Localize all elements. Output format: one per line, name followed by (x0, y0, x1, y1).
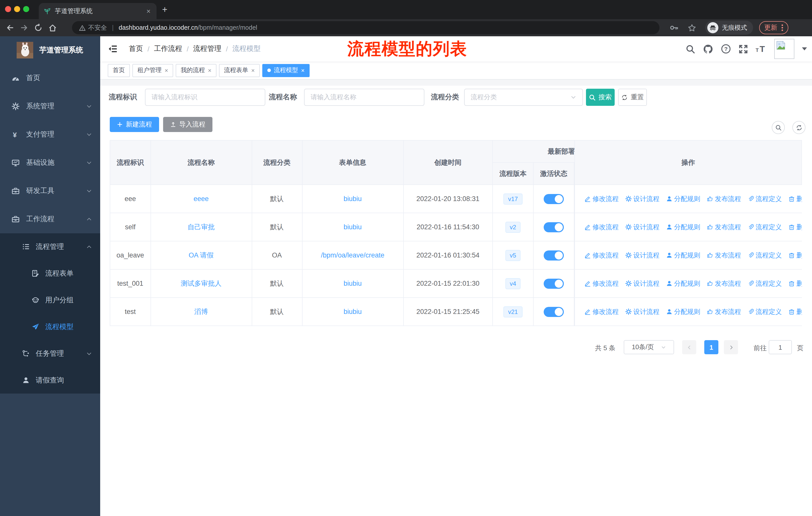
action-gear-link[interactable]: 设计流程 (625, 222, 660, 232)
action-edit-link[interactable]: 修改流程 (584, 279, 619, 288)
filter-input-0[interactable]: 请输入流程标识 (145, 89, 265, 106)
action-gear-link[interactable]: 设计流程 (625, 279, 660, 288)
toggle-search-icon-button[interactable] (772, 121, 785, 134)
view-tab-3[interactable]: 流程表单× (219, 64, 260, 77)
action-delete-link[interactable]: 删除 (788, 251, 802, 260)
close-icon[interactable]: × (301, 67, 304, 74)
form-info-link[interactable]: /bpm/oa/leave/create (321, 251, 384, 259)
active-toggle[interactable] (544, 278, 564, 289)
active-toggle[interactable] (544, 307, 564, 317)
action-publish-link[interactable]: 发布流程 (707, 194, 741, 203)
action-user-link[interactable]: 分配规则 (666, 251, 700, 260)
action-gear-link[interactable]: 设计流程 (625, 307, 660, 316)
back-icon[interactable] (6, 24, 14, 32)
reset-button[interactable]: 重置 (618, 89, 647, 106)
home-icon[interactable] (48, 23, 57, 32)
import-process-button[interactable]: 导入流程 (163, 117, 212, 132)
action-attachment-link[interactable]: 流程定义 (748, 222, 782, 232)
action-user-link[interactable]: 分配规则 (666, 279, 700, 288)
tab-close-icon[interactable]: × (145, 7, 151, 15)
sidebar-item-2[interactable]: ¥支付管理 (0, 120, 100, 148)
close-icon[interactable]: × (208, 67, 211, 74)
avatar-caret-icon[interactable] (802, 47, 807, 50)
window-minimize-button[interactable] (14, 6, 20, 12)
action-delete-link[interactable]: 删除 (788, 194, 802, 203)
goto-page-input[interactable]: 1 (769, 340, 792, 354)
action-edit-link[interactable]: 修改流程 (584, 194, 619, 203)
process-name-link[interactable]: 自己审批 (187, 222, 215, 232)
app-logo-row[interactable]: 芋道管理系统 (0, 36, 100, 64)
forward-icon[interactable] (20, 24, 28, 32)
form-info-link[interactable]: biubiu (344, 280, 362, 287)
process-name-link[interactable]: eeee (194, 195, 209, 202)
action-user-link[interactable]: 分配规则 (666, 222, 700, 232)
new-tab-button[interactable]: + (162, 5, 167, 14)
sidebar-item-4[interactable]: 研发工具 (0, 177, 100, 205)
security-warning[interactable]: 不安全 (79, 23, 107, 32)
window-close-button[interactable] (5, 6, 11, 12)
close-icon[interactable]: × (251, 67, 255, 74)
action-publish-link[interactable]: 发布流程 (707, 222, 741, 232)
prev-page-button[interactable] (682, 340, 696, 354)
sidebar-subitem-3[interactable]: 流程模型 (0, 314, 100, 340)
sidebar-subitem-4[interactable]: 任务管理 (0, 340, 100, 367)
create-process-button[interactable]: 新建流程 (110, 117, 159, 132)
action-edit-link[interactable]: 修改流程 (584, 222, 619, 232)
action-attachment-link[interactable]: 流程定义 (748, 194, 782, 203)
breadcrumb-item-0[interactable]: 首页 (129, 44, 143, 53)
refresh-table-icon-button[interactable] (792, 121, 806, 134)
form-info-link[interactable]: biubiu (344, 195, 362, 202)
avatar[interactable] (774, 39, 794, 59)
close-icon[interactable]: × (165, 67, 168, 74)
sidebar-subitem-0[interactable]: 流程管理 (0, 233, 100, 260)
action-attachment-link[interactable]: 流程定义 (748, 251, 782, 260)
bookmark-star-icon[interactable] (688, 23, 696, 32)
action-user-link[interactable]: 分配规则 (666, 307, 700, 316)
form-info-link[interactable]: biubiu (344, 308, 362, 316)
action-publish-link[interactable]: 发布流程 (707, 251, 741, 260)
action-user-link[interactable]: 分配规则 (666, 194, 700, 203)
window-zoom-button[interactable] (23, 6, 29, 12)
action-attachment-link[interactable]: 流程定义 (748, 307, 782, 316)
form-info-link[interactable]: biubiu (344, 223, 362, 231)
sidebar-item-1[interactable]: 系统管理 (0, 92, 100, 120)
action-publish-link[interactable]: 发布流程 (707, 307, 741, 316)
browser-menu-icon[interactable] (781, 24, 783, 32)
action-delete-link[interactable]: 删除 (788, 307, 802, 316)
filter-input-1[interactable]: 请输入流程名称 (304, 89, 424, 106)
action-edit-link[interactable]: 修改流程 (584, 307, 619, 316)
action-publish-link[interactable]: 发布流程 (707, 279, 741, 288)
sidebar-item-0[interactable]: 首页 (0, 64, 100, 92)
browser-tab[interactable]: 芋道管理系统 × (39, 3, 156, 19)
action-attachment-link[interactable]: 流程定义 (748, 279, 782, 288)
process-name-link[interactable]: 测试多审批人 (181, 279, 222, 288)
sidebar-subitem-5[interactable]: 请假查询 (0, 367, 100, 393)
help-icon[interactable]: ? (721, 44, 731, 54)
view-tab-4[interactable]: 流程模型× (262, 64, 310, 77)
reload-icon[interactable] (34, 24, 42, 32)
next-page-button[interactable] (724, 340, 738, 354)
active-toggle[interactable] (544, 194, 564, 204)
address-bar[interactable]: 不安全 | dashboard.yudao.iocoder.cn/bpm/man… (72, 21, 660, 34)
fullscreen-icon[interactable] (738, 44, 748, 54)
active-toggle[interactable] (544, 250, 564, 260)
action-gear-link[interactable]: 设计流程 (625, 251, 660, 260)
page-number-button[interactable]: 1 (704, 340, 718, 354)
active-toggle[interactable] (544, 222, 564, 232)
update-button[interactable]: 更新 (759, 21, 788, 34)
view-tab-0[interactable]: 首页 (108, 64, 130, 77)
action-edit-link[interactable]: 修改流程 (584, 251, 619, 260)
hamburger-icon[interactable] (108, 44, 118, 54)
action-delete-link[interactable]: 删除 (788, 279, 802, 288)
filter-select-2[interactable]: 流程分类 (464, 89, 583, 106)
sidebar-item-5[interactable]: 工作流程 (0, 205, 100, 233)
action-delete-link[interactable]: 删除 (788, 222, 802, 232)
password-key-icon[interactable] (670, 23, 678, 32)
search-button[interactable]: 搜索 (586, 89, 615, 106)
sidebar-item-3[interactable]: 基础设施 (0, 148, 100, 177)
breadcrumb-item-1[interactable]: 工作流程 (154, 44, 182, 53)
process-name-link[interactable]: OA 请假 (188, 251, 213, 260)
github-icon[interactable] (703, 44, 713, 54)
font-size-icon[interactable]: TT (756, 44, 767, 53)
sidebar-subitem-1[interactable]: 流程表单 (0, 260, 100, 287)
